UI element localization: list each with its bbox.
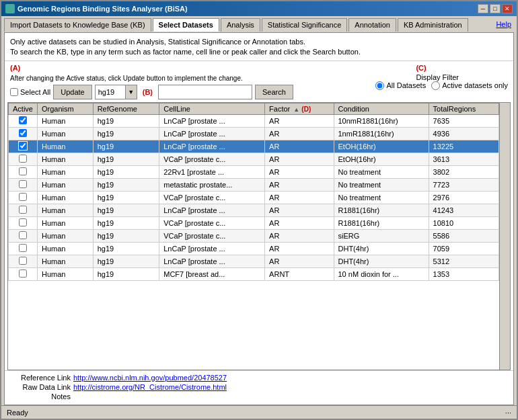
active-checkbox[interactable] — [19, 244, 27, 252]
title-bar-left: Genomic Regions Binding Sites Analyser (… — [5, 4, 188, 13]
table-row[interactable]: Humanhg19VCaP [prostate c...AREtOH(16hr)… — [9, 153, 499, 165]
refgenome-cell: hg19 — [93, 255, 159, 267]
close-button[interactable]: ✕ — [502, 4, 513, 13]
active-cell — [9, 204, 38, 216]
genome-input[interactable] — [95, 85, 125, 99]
active-cell — [9, 229, 38, 242]
organism-cell: Human — [37, 178, 93, 191]
refgenome-cell: hg19 — [93, 216, 159, 229]
factor-cell: ARNT — [265, 267, 334, 280]
genome-dropdown-arrow[interactable]: ▼ — [125, 85, 137, 99]
active-checkbox[interactable] — [19, 167, 27, 175]
factor-cell: AR — [265, 114, 334, 127]
title-bar: Genomic Regions Binding Sites Analyser (… — [1, 1, 517, 16]
section-a: (A) After changing the Active status, cl… — [10, 64, 293, 99]
factor-cell: AR — [265, 127, 334, 140]
cellline-cell: VCaP [prostate c... — [159, 191, 265, 204]
active-checkbox[interactable] — [19, 155, 27, 163]
active-checkbox[interactable] — [19, 180, 27, 188]
organism-cell: Human — [37, 242, 93, 255]
factor-cell: AR — [265, 242, 334, 255]
status-text: Ready — [7, 409, 28, 417]
total-cell: 4936 — [429, 127, 498, 140]
ref-link-label: Reference Link — [10, 374, 71, 382]
search-button[interactable]: Search — [255, 85, 293, 99]
active-checkbox[interactable] — [19, 129, 27, 137]
search-input[interactable] — [158, 85, 252, 99]
total-cell: 3613 — [429, 153, 498, 165]
refgenome-cell: hg19 — [93, 204, 159, 216]
tab-kb-admin[interactable]: KB Administration — [398, 18, 468, 32]
table-row[interactable]: Humanhg19LnCaP [prostate ...AR10nmR1881(… — [9, 114, 499, 127]
table-row[interactable]: Humanhg19MCF7 [breast ad...ARNT10 nM dio… — [9, 267, 499, 280]
table-inner: Active Organism RefGenome CellLine Facto… — [8, 103, 510, 370]
table-header-row: Active Organism RefGenome CellLine Facto… — [9, 103, 499, 114]
all-datasets-text: All Datasets — [386, 81, 426, 89]
select-all-text: Select All — [20, 88, 50, 96]
table-row[interactable]: Humanhg19VCaP [prostate c...ARR1881(16hr… — [9, 216, 499, 229]
condition-cell: 10nmR1881(16hr) — [334, 114, 429, 127]
cellline-cell: LnCaP [prostate ... — [159, 140, 265, 153]
col-organism: Organism — [37, 103, 93, 114]
active-checkbox[interactable] — [19, 231, 27, 239]
cellline-cell: LnCaP [prostate ... — [159, 242, 265, 255]
tab-import[interactable]: Import Datasets to Knowledge Base (KB) — [4, 18, 151, 32]
menu-bar: Import Datasets to Knowledge Base (KB) S… — [1, 16, 517, 32]
all-datasets-label: All Datasets — [375, 81, 426, 90]
table-row[interactable]: Humanhg19VCaP [prostate c...ARsiERG5586 — [9, 229, 499, 242]
active-cell — [9, 216, 38, 229]
ref-link[interactable]: http://www.ncbi.nlm.nih.gov/pubmed/20478… — [73, 374, 227, 382]
tab-annotation[interactable]: Annotation — [348, 18, 396, 32]
factor-cell: AR — [265, 216, 334, 229]
main-window: Genomic Regions Binding Sites Analyser (… — [0, 0, 518, 420]
maximize-button[interactable]: □ — [490, 4, 501, 13]
active-checkbox[interactable] — [19, 269, 27, 278]
tab-select-datasets[interactable]: Select Datasets — [153, 18, 219, 32]
total-cell: 41243 — [429, 204, 498, 216]
table-row[interactable]: Humanhg19LnCaP [prostate ...ARDHT(4hr)70… — [9, 242, 499, 255]
cellline-cell: VCaP [prostate c... — [159, 229, 265, 242]
tab-statistical[interactable]: Statistical Significance — [262, 18, 347, 32]
table-row[interactable]: Humanhg19LnCaP [prostate ...ARR1881(16hr… — [9, 204, 499, 216]
table-row[interactable]: Humanhg19LnCaP [prostate ...ARDHT(4hr)53… — [9, 255, 499, 267]
active-cell — [9, 242, 38, 255]
cellline-cell: metastatic prostate... — [159, 178, 265, 191]
tab-bar: Import Datasets to Knowledge Base (KB) S… — [4, 17, 468, 31]
raw-link[interactable]: http://cistrome.org/NR_Cistrome/Cistrome… — [73, 383, 227, 391]
col-active: Active — [9, 103, 38, 114]
tab-analysis[interactable]: Analysis — [221, 18, 260, 32]
cellline-cell: 22Rv1 [prostate ... — [159, 165, 265, 178]
condition-cell: DHT(4hr) — [334, 255, 429, 267]
refgenome-cell: hg19 — [93, 153, 159, 165]
table-container[interactable]: Active Organism RefGenome CellLine Facto… — [8, 103, 499, 370]
active-checkbox[interactable] — [19, 206, 27, 214]
organism-cell: Human — [37, 140, 93, 153]
organism-cell: Human — [37, 255, 93, 267]
controls-row-inner: Select All Update ▼ (B) Search — [10, 85, 293, 99]
table-row[interactable]: Humanhg1922Rv1 [prostate ...ARNo treatme… — [9, 165, 499, 178]
active-checkbox[interactable] — [19, 218, 27, 226]
table-row[interactable]: Humanhg19VCaP [prostate c...ARNo treatme… — [9, 191, 499, 204]
all-datasets-radio[interactable] — [375, 81, 384, 90]
table-row[interactable]: Humanhg19LnCaP [prostate ...AREtOH(16hr)… — [9, 140, 499, 153]
organism-cell: Human — [37, 216, 93, 229]
minimize-button[interactable]: ─ — [478, 4, 488, 13]
condition-cell: EtOH(16hr) — [334, 140, 429, 153]
active-checkbox[interactable] — [19, 193, 27, 201]
refgenome-cell: hg19 — [93, 191, 159, 204]
update-button[interactable]: Update — [53, 85, 91, 99]
table-row[interactable]: Humanhg19metastatic prostate...ARNo trea… — [9, 178, 499, 191]
active-checkbox[interactable] — [19, 116, 27, 124]
help-link[interactable]: Help — [496, 20, 514, 28]
active-only-radio[interactable] — [431, 81, 440, 90]
organism-cell: Human — [37, 204, 93, 216]
active-checkbox[interactable] — [19, 142, 27, 150]
section-a-label: (A) — [10, 64, 293, 72]
table-row[interactable]: Humanhg19LnCaP [prostate ...AR1nmR1881(1… — [9, 127, 499, 140]
info-line1: Only active datasets can be studied in A… — [10, 37, 508, 47]
select-all-checkbox[interactable] — [10, 88, 18, 96]
active-checkbox[interactable] — [19, 257, 27, 265]
info-line2: To search the KB, type in any term such … — [10, 47, 508, 57]
refgenome-cell: hg19 — [93, 242, 159, 255]
vertical-scrollbar[interactable] — [499, 103, 510, 370]
